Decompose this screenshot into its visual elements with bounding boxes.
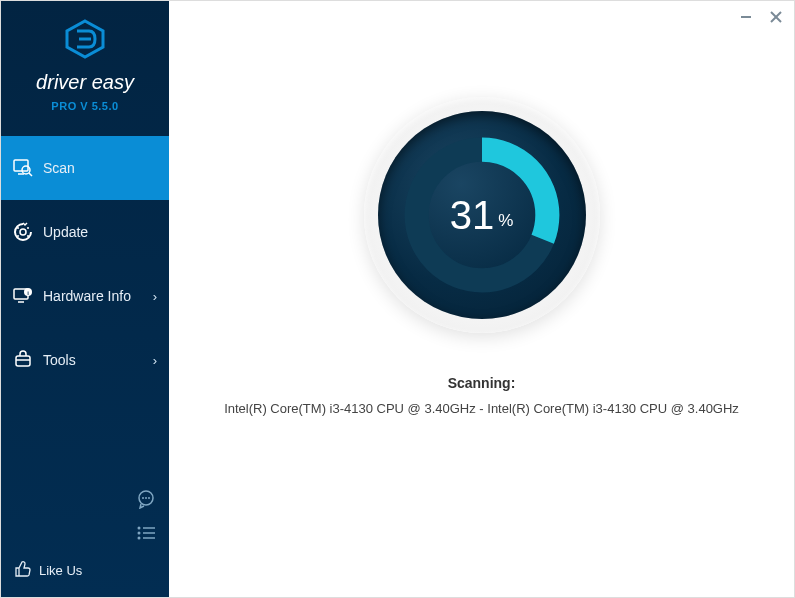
close-button[interactable] — [768, 9, 784, 25]
svg-rect-11 — [16, 356, 30, 366]
svg-point-16 — [148, 497, 150, 499]
sidebar-item-scan[interactable]: Scan — [1, 136, 169, 200]
logo-section: driver easy PRO V 5.5.0 — [1, 1, 169, 122]
status-detail: Intel(R) Core(TM) i3-4130 CPU @ 3.40GHz … — [224, 401, 739, 416]
chevron-right-icon: › — [153, 353, 157, 368]
sidebar-nav: Scan Update i H — [1, 136, 169, 392]
window-controls — [738, 9, 784, 25]
update-icon — [13, 222, 33, 242]
svg-point-19 — [138, 532, 141, 535]
like-us-label: Like Us — [39, 563, 82, 578]
sidebar: driver easy PRO V 5.5.0 Scan — [1, 1, 169, 597]
sidebar-bottom: Like Us — [1, 478, 169, 597]
sidebar-item-tools[interactable]: Tools › — [1, 328, 169, 392]
percent-number: 31 — [450, 193, 495, 238]
svg-point-14 — [142, 497, 144, 499]
sidebar-item-label: Tools — [43, 352, 76, 368]
svg-point-6 — [20, 229, 26, 235]
main-content: 31 % Scanning: Intel(R) Core(TM) i3-4130… — [169, 1, 794, 597]
svg-point-21 — [138, 537, 141, 540]
bottom-icon-group — [13, 488, 157, 544]
app-logo-icon — [63, 19, 107, 63]
hardware-info-icon: i — [13, 287, 33, 305]
scan-progress-dial: 31 % — [364, 97, 600, 333]
menu-icon[interactable] — [135, 522, 157, 544]
status-title: Scanning: — [224, 375, 739, 391]
percent-symbol: % — [498, 211, 513, 231]
sidebar-item-label: Scan — [43, 160, 75, 176]
svg-point-17 — [138, 527, 141, 530]
scan-icon — [13, 159, 33, 177]
svg-line-5 — [29, 173, 32, 176]
chevron-right-icon: › — [153, 289, 157, 304]
progress-percent: 31 % — [364, 97, 600, 333]
sidebar-item-hardware-info[interactable]: i Hardware Info › — [1, 264, 169, 328]
version-label: PRO V 5.5.0 — [1, 100, 169, 112]
tools-icon — [13, 350, 33, 370]
svg-point-15 — [145, 497, 147, 499]
thumbs-up-icon — [13, 560, 31, 581]
svg-point-4 — [22, 166, 30, 174]
minimize-button[interactable] — [738, 9, 754, 25]
like-us-button[interactable]: Like Us — [13, 560, 157, 581]
sidebar-item-label: Hardware Info — [43, 288, 131, 304]
brand-name: driver easy — [1, 71, 169, 94]
sidebar-item-update[interactable]: Update — [1, 200, 169, 264]
scan-status: Scanning: Intel(R) Core(TM) i3-4130 CPU … — [224, 375, 739, 416]
feedback-icon[interactable] — [135, 488, 157, 510]
sidebar-item-label: Update — [43, 224, 88, 240]
